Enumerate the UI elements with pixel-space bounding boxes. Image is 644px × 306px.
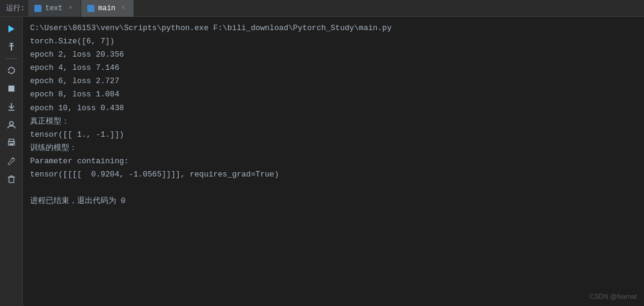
console-output: C:\Users\86153\venv\Scripts\python.exe F… xyxy=(23,17,644,306)
trash-button[interactable] xyxy=(3,170,20,187)
pin-icon xyxy=(7,43,16,51)
user-button[interactable] xyxy=(3,116,20,133)
console-line-epoch6: epoch 6, loss 2.727 xyxy=(30,75,637,88)
print-button[interactable] xyxy=(3,134,20,151)
svg-rect-14 xyxy=(9,177,14,183)
tab-text-icon xyxy=(34,5,42,12)
tab-main-close[interactable]: × xyxy=(119,4,128,13)
console-line-empty xyxy=(30,181,637,195)
svg-point-12 xyxy=(13,143,14,144)
tab-main-icon xyxy=(87,5,94,12)
tab-text-close[interactable]: × xyxy=(66,4,75,13)
tab-main-label: main xyxy=(98,4,116,13)
tab-text-label: text xyxy=(45,4,63,13)
wrench-button[interactable] xyxy=(3,152,20,169)
run-icon xyxy=(7,25,16,33)
console-line-real-model: 真正模型： xyxy=(30,115,637,128)
svg-rect-11 xyxy=(10,143,13,145)
console-line-epoch10: epoch 10, loss 0.438 xyxy=(30,102,637,115)
console-line-epoch2: epoch 2, loss 20.356 xyxy=(30,48,637,61)
print-icon xyxy=(7,139,16,147)
console-line-tensor2: tensor([[[[ 0.9204, -1.0565]]]], require… xyxy=(30,168,637,181)
toolbar xyxy=(0,17,23,306)
run-button[interactable] xyxy=(3,20,20,37)
tab-bar: 运行: text × main × xyxy=(0,0,644,17)
console-line-cmd: C:\Users\86153\venv\Scripts\python.exe F… xyxy=(30,22,637,35)
rerun-button[interactable] xyxy=(3,62,20,79)
toolbar-separator-1 xyxy=(5,58,17,59)
console-line-epoch8: epoch 8, loss 1.084 xyxy=(30,88,637,101)
run-label: 运行: xyxy=(2,3,28,13)
wrench-icon xyxy=(7,157,16,165)
console-line-process-end: 进程已结束，退出代码为 0 xyxy=(30,195,637,208)
console-line-epoch4: epoch 4, loss 7.146 xyxy=(30,61,637,75)
svg-rect-5 xyxy=(8,86,14,92)
tab-text[interactable]: text × xyxy=(28,0,81,17)
download-button[interactable] xyxy=(3,98,20,115)
stop-icon xyxy=(7,84,16,93)
stop-button[interactable] xyxy=(3,80,20,97)
console-line-param: Parameter containing: xyxy=(30,155,637,168)
console-line-torch-size: torch.Size([6, 7]) xyxy=(30,35,637,48)
download-icon xyxy=(7,102,16,111)
watermark: CSDN @Narnat xyxy=(590,293,637,300)
trash-icon xyxy=(7,175,16,183)
main-area: C:\Users\86153\venv\Scripts\python.exe F… xyxy=(0,17,644,306)
console-line-trained: 训练的模型： xyxy=(30,142,637,155)
user-icon xyxy=(7,120,16,129)
console-line-tensor1: tensor([[ 1., -1.]]) xyxy=(30,128,637,142)
pin-button[interactable] xyxy=(3,39,20,55)
svg-marker-4 xyxy=(8,72,10,73)
svg-rect-9 xyxy=(9,139,14,142)
tab-main[interactable]: main × xyxy=(81,0,134,17)
svg-point-8 xyxy=(10,122,13,125)
svg-marker-0 xyxy=(8,25,14,33)
rerun-icon xyxy=(7,66,16,75)
